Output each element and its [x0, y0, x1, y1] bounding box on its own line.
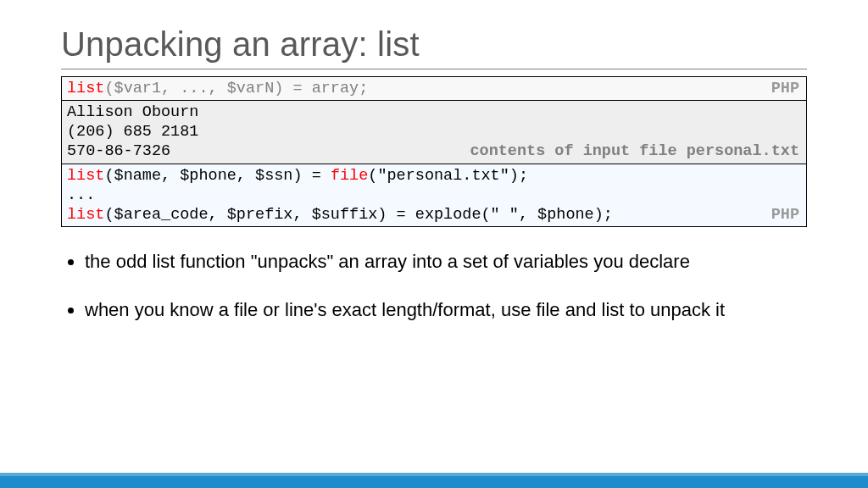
function-file: file	[331, 167, 368, 185]
footer-bar	[0, 473, 868, 488]
bullet-list: the odd list function "unpacks" an array…	[61, 251, 807, 322]
code-text: ...	[67, 186, 95, 204]
code-text: ("personal.txt");	[368, 167, 528, 185]
title-rule	[61, 69, 807, 69]
lang-badge: PHP	[771, 79, 799, 98]
code-text: ($var1, ..., $varN) = array;	[104, 80, 368, 97]
bullet-item: when you know a file or line's exact len…	[85, 299, 807, 322]
slide-title: Unpacking an array: list	[61, 25, 807, 64]
code-text: ($area_code, $prefix, $suffix) = explode…	[104, 206, 613, 224]
slide: Unpacking an array: list list($var1, ...…	[0, 0, 868, 322]
file-line: 570-86-7326	[67, 142, 170, 160]
code-text: ($name, $phone, $ssn) =	[104, 167, 330, 185]
file-line: Allison Obourn	[67, 103, 198, 121]
keyword-list: list	[67, 206, 104, 224]
keyword-list: list	[67, 167, 104, 185]
lang-badge: PHP	[771, 205, 799, 225]
file-caption: contents of input file personal.txt	[470, 141, 799, 161]
file-line: (206) 685 2181	[67, 123, 198, 141]
code-box-example: list($name, $phone, $ssn) = file("person…	[61, 164, 807, 227]
code-box-syntax: list($var1, ..., $varN) = array;PHP	[61, 76, 807, 101]
keyword-list: list	[67, 80, 104, 97]
bullet-item: the odd list function "unpacks" an array…	[85, 251, 807, 274]
file-contents-box: Allison Obourn (206) 685 2181 570-86-732…	[61, 101, 807, 164]
